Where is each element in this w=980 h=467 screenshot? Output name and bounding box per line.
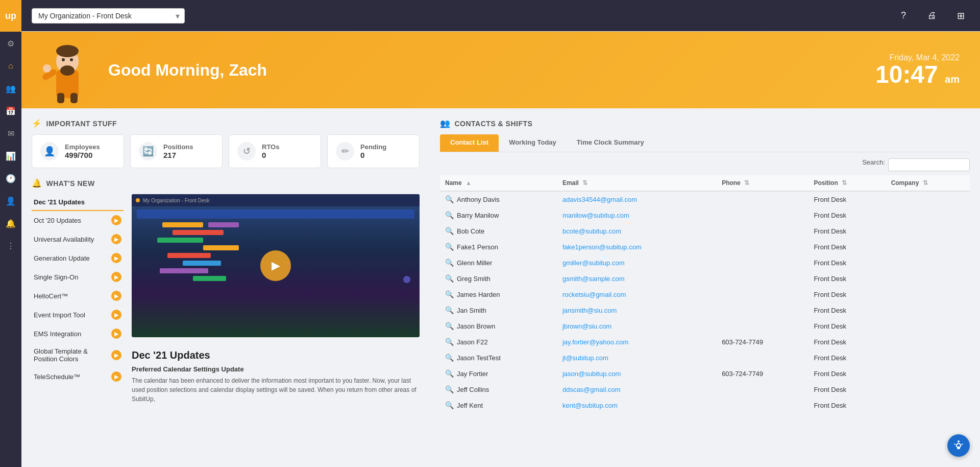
topbar: ? 🖨 ⊞: [21, 0, 980, 32]
email-link-4[interactable]: gmiller@subitup.com: [562, 259, 625, 267]
print-button[interactable]: 🖨: [923, 7, 941, 25]
table-row[interactable]: 🔍Glenn Millergmiller@subitup.comFront De…: [440, 255, 970, 271]
search-input[interactable]: [888, 158, 970, 171]
cell-phone-6: [717, 287, 808, 302]
email-link-2[interactable]: bcote@subitup.com: [562, 227, 621, 235]
sidebar-item-chart[interactable]: 📊: [0, 145, 21, 167]
table-row[interactable]: 🔍Bob Cotebcote@subitup.comFront Desk: [440, 223, 970, 239]
cell-company-7: [886, 302, 970, 318]
sidebar-item-user[interactable]: 👤: [0, 190, 21, 212]
email-link-6[interactable]: rocketsiu@gmail.com: [562, 291, 626, 298]
table-row[interactable]: 🔍Fake1 Personfake1person@subitup.comFron…: [440, 239, 970, 255]
bell-whats-new-icon: 🔔: [32, 178, 42, 188]
news-item-5[interactable]: HelloCert™ ▶: [32, 287, 124, 306]
table-row[interactable]: 🔍Jan Smithjansmith@siu.comFront Desk: [440, 302, 970, 318]
positions-icon: 🔄: [139, 142, 157, 160]
cell-name-13: 🔍Jeff Kent: [440, 398, 557, 413]
sidebar-item-settings[interactable]: ⚙: [0, 33, 21, 54]
table-row[interactable]: 🔍James Hardenrocketsiu@gmail.comFront De…: [440, 287, 970, 302]
cell-email-1: manilow@subitup.com: [557, 207, 717, 223]
stat-card-positions[interactable]: 🔄 Positions 217: [130, 134, 223, 168]
company-sort-icon[interactable]: ⇅: [923, 179, 928, 186]
accessibility-button[interactable]: [947, 434, 970, 457]
table-row[interactable]: 🔍Jason TestTestjt@subitup.comFront Desk: [440, 350, 970, 366]
search-person-icon: 🔍: [445, 306, 454, 314]
tab-contact-list[interactable]: Contact List: [440, 134, 499, 152]
table-row[interactable]: 🔍Greg Smithgsmith@sample.comFront Desk: [440, 271, 970, 287]
cell-phone-5: [717, 271, 808, 287]
cell-name-2: 🔍Bob Cote: [440, 223, 557, 239]
search-person-icon: 🔍: [445, 322, 454, 330]
email-link-1[interactable]: manilow@subitup.com: [562, 212, 629, 219]
cell-phone-9: 603-724-7749: [717, 334, 808, 350]
cell-name-3: 🔍Fake1 Person: [440, 239, 557, 255]
news-item-6[interactable]: Event Import Tool ▶: [32, 306, 124, 324]
news-item-7[interactable]: EMS Integration ▶: [32, 324, 124, 343]
sidebar-item-clock[interactable]: 🕐: [0, 168, 21, 189]
table-row[interactable]: 🔍Jay Fortierjason@subitup.com603-724-774…: [440, 366, 970, 382]
cell-phone-7: [717, 302, 808, 318]
news-video[interactable]: My Organization - Front Desk: [132, 194, 420, 337]
email-link-11[interactable]: jason@subitup.com: [562, 370, 621, 378]
news-item-3[interactable]: Generation Update ▶: [32, 249, 124, 268]
email-link-10[interactable]: jt@subitup.com: [562, 354, 608, 362]
table-row[interactable]: 🔍Jeff Collinsddscas@gmail.comFront Desk: [440, 382, 970, 398]
stat-card-employees[interactable]: 👤 Employees 499/700: [32, 134, 124, 168]
svg-point-5: [62, 58, 65, 61]
news-item-0[interactable]: Dec '21 Updates: [32, 194, 124, 211]
cell-phone-1: [717, 207, 808, 223]
svg-point-11: [958, 440, 960, 442]
news-item-4[interactable]: Single Sign-On ▶: [32, 268, 124, 287]
arrow-icon-5: ▶: [111, 291, 121, 301]
sidebar-item-mail[interactable]: ✉: [0, 123, 21, 144]
position-sort-icon[interactable]: ⇅: [842, 179, 847, 186]
sidebar-item-people[interactable]: 👥: [0, 78, 21, 99]
email-link-13[interactable]: kent@subitup.com: [562, 402, 618, 409]
email-link-5[interactable]: gsmith@sample.com: [562, 275, 625, 283]
sidebar-logo[interactable]: up: [0, 0, 21, 32]
news-item-9[interactable]: TeleSchedule™ ▶: [32, 367, 124, 386]
cell-position-3: Front Desk: [808, 239, 886, 255]
content-area: ⚡ IMPORTANT STUFF 👤 Employees 499/700 🔄 …: [21, 108, 980, 467]
tab-working-today[interactable]: Working Today: [499, 134, 567, 152]
phone-sort-icon[interactable]: ⇅: [744, 179, 749, 186]
table-row[interactable]: 🔍Jeff Kentkent@subitup.comFront Desk: [440, 398, 970, 413]
stat-card-rtos[interactable]: ↺ RTOs 0: [229, 134, 321, 168]
arrow-icon-3: ▶: [111, 253, 121, 263]
stat-card-pending[interactable]: ✏ Pending 0: [327, 134, 420, 168]
email-link-12[interactable]: ddscas@gmail.com: [562, 386, 621, 393]
table-row[interactable]: 🔍Barry Manilowmanilow@subitup.comFront D…: [440, 207, 970, 223]
sidebar-item-calendar[interactable]: 📅: [0, 100, 21, 122]
play-button[interactable]: ▶: [260, 250, 291, 281]
table-row[interactable]: 🔍Anthony Davisadavis34544@gmail.comFront…: [440, 191, 970, 207]
email-link-7[interactable]: jansmith@siu.com: [562, 307, 617, 314]
tab-time-clock-summary[interactable]: Time Clock Summary: [567, 134, 654, 152]
hero-left: Good Morning, Zach: [42, 42, 267, 98]
cell-email-0: adavis34544@gmail.com: [557, 191, 717, 207]
cell-company-8: [886, 318, 970, 334]
news-item-2[interactable]: Universal Availability ▶: [32, 230, 124, 249]
news-item-1[interactable]: Oct '20 Updates ▶: [32, 211, 124, 230]
email-sort-icon[interactable]: ⇅: [582, 179, 587, 186]
email-link-3[interactable]: fake1person@subitup.com: [562, 243, 642, 251]
cell-phone-13: [717, 398, 808, 413]
table-row[interactable]: 🔍Jason Brownjbrown@siu.comFront Desk: [440, 318, 970, 334]
cell-email-3: fake1person@subitup.com: [557, 239, 717, 255]
employees-icon: 👤: [40, 142, 59, 160]
news-item-8[interactable]: Global Template & Position Colors ▶: [32, 343, 124, 367]
svg-rect-9: [57, 93, 64, 103]
email-link-0[interactable]: adavis34544@gmail.com: [562, 196, 637, 203]
name-sort-icon[interactable]: ▲: [465, 179, 472, 186]
sidebar-item-bell[interactable]: 🔔: [0, 213, 21, 234]
left-panel: ⚡ IMPORTANT STUFF 👤 Employees 499/700 🔄 …: [21, 108, 430, 467]
email-link-9[interactable]: jay.fortier@yahoo.com: [562, 338, 628, 346]
table-row[interactable]: 🔍Jason F22jay.fortier@yahoo.com603-724-7…: [440, 334, 970, 350]
sidebar-item-home[interactable]: ⌂: [0, 55, 21, 77]
table-header-row: Name ▲ Email ⇅ Phone ⇅ Position: [440, 175, 970, 191]
help-button[interactable]: ?: [894, 7, 913, 25]
org-selector-input[interactable]: [32, 8, 185, 24]
grid-button[interactable]: ⊞: [951, 7, 970, 25]
email-link-8[interactable]: jbrown@siu.com: [562, 322, 611, 330]
sidebar-item-more[interactable]: ⋮: [0, 235, 21, 256]
cell-position-8: Front Desk: [808, 318, 886, 334]
